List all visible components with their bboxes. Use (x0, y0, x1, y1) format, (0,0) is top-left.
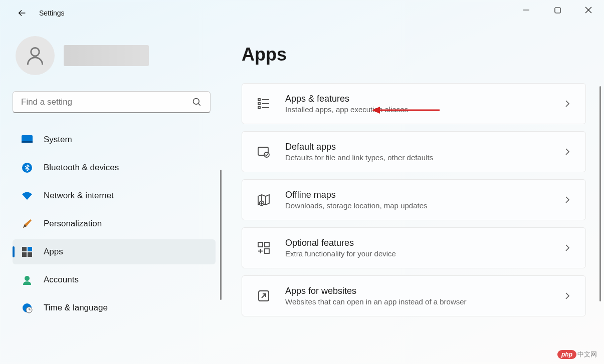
svg-rect-13 (28, 252, 32, 257)
card-title: Apps for websites (285, 286, 549, 296)
clock-globe-icon (22, 302, 33, 313)
card-subtitle: Extra functionality for your device (285, 249, 549, 258)
minimize-button[interactable] (511, 0, 542, 20)
svg-rect-11 (28, 247, 32, 251)
back-arrow-icon (17, 8, 28, 19)
sidebar-item-network[interactable]: Network & internet (13, 183, 216, 208)
card-title: Optional features (285, 238, 549, 248)
card-subtitle: Downloads, storage location, map updates (285, 201, 549, 210)
card-subtitle: Defaults for file and link types, other … (285, 153, 549, 162)
profile-name-redacted (64, 45, 149, 66)
chevron-right-icon (563, 244, 571, 252)
avatar-icon (24, 45, 46, 67)
default-apps-icon (256, 144, 271, 159)
main: Apps Apps & features Installed apps, app… (226, 26, 604, 364)
svg-rect-12 (22, 252, 27, 257)
bluetooth-icon (22, 162, 33, 173)
card-offline-maps[interactable]: Offline maps Downloads, storage location… (242, 179, 586, 220)
card-text: Optional features Extra functionality fo… (285, 238, 549, 258)
close-icon (585, 7, 592, 14)
svg-point-4 (31, 48, 40, 56)
main-scrollbar[interactable] (599, 86, 601, 301)
search-box[interactable] (13, 91, 211, 113)
card-title: Offline maps (285, 190, 549, 200)
sidebar-scrollbar[interactable] (220, 170, 222, 300)
search-input[interactable] (21, 97, 192, 107)
card-text: Offline maps Downloads, storage location… (285, 190, 549, 210)
search-icon (192, 97, 202, 107)
card-default-apps[interactable]: Default apps Defaults for file and link … (242, 131, 586, 172)
sidebar-item-label: Apps (44, 247, 63, 257)
svg-rect-21 (258, 107, 260, 109)
chevron-right-icon (563, 148, 571, 156)
content: System Bluetooth & devices Network & int… (0, 26, 604, 364)
watermark-brand: php (557, 350, 576, 359)
maximize-button[interactable] (542, 0, 573, 20)
svg-rect-10 (22, 247, 27, 251)
sidebar-item-label: Network & internet (44, 191, 114, 201)
card-title: Apps & features (285, 94, 549, 104)
card-subtitle: Websites that can open in an app instead… (285, 297, 549, 306)
sidebar-item-apps[interactable]: Apps (13, 239, 216, 264)
optional-features-icon (256, 240, 271, 255)
profile-section[interactable] (16, 36, 216, 75)
wifi-icon (22, 190, 33, 201)
sidebar-item-label: Bluetooth & devices (44, 163, 119, 173)
card-subtitle: Installed apps, app execution aliases (285, 105, 549, 114)
svg-rect-19 (258, 99, 260, 101)
svg-point-14 (25, 276, 30, 281)
avatar (16, 36, 55, 75)
window-controls (511, 0, 604, 20)
card-apps-websites[interactable]: Apps for websites Websites that can open… (242, 275, 586, 316)
app-title: Settings (39, 9, 65, 17)
monitor-icon (22, 134, 33, 145)
websites-icon (256, 288, 271, 303)
svg-rect-1 (555, 8, 560, 13)
cards-list: Apps & features Installed apps, app exec… (242, 83, 586, 316)
sidebar-item-label: Personalization (44, 219, 102, 229)
page-title: Apps (242, 44, 586, 65)
chevron-right-icon (563, 292, 571, 300)
watermark-text: 中文网 (577, 350, 597, 359)
close-button[interactable] (573, 0, 604, 20)
sidebar-item-personalization[interactable]: Personalization (13, 211, 216, 236)
paintbrush-icon (22, 218, 33, 229)
titlebar: Settings (0, 0, 604, 26)
chevron-right-icon (563, 196, 571, 204)
card-text: Apps & features Installed apps, app exec… (285, 94, 549, 114)
minimize-icon (523, 7, 530, 14)
list-icon (256, 96, 271, 111)
card-text: Default apps Defaults for file and link … (285, 142, 549, 162)
svg-line-6 (198, 103, 200, 105)
sidebar-item-system[interactable]: System (13, 127, 216, 152)
svg-point-5 (193, 98, 199, 104)
svg-rect-32 (265, 249, 269, 253)
svg-rect-31 (265, 242, 269, 247)
sidebar-item-accounts[interactable]: Accounts (13, 267, 216, 292)
apps-icon (22, 246, 33, 257)
sidebar-item-time[interactable]: Time & language (13, 295, 216, 320)
watermark: php 中文网 (557, 350, 597, 359)
svg-rect-8 (22, 141, 33, 143)
sidebar-item-label: Accounts (44, 275, 79, 285)
map-icon (256, 192, 271, 207)
svg-rect-20 (258, 103, 260, 105)
sidebar-item-label: System (44, 135, 72, 145)
card-title: Default apps (285, 142, 549, 152)
sidebar-item-label: Time & language (44, 303, 108, 313)
nav-list: System Bluetooth & devices Network & int… (13, 127, 216, 320)
card-text: Apps for websites Websites that can open… (285, 286, 549, 306)
svg-rect-30 (258, 242, 263, 247)
sidebar-item-bluetooth[interactable]: Bluetooth & devices (13, 155, 216, 180)
account-icon (22, 274, 33, 285)
card-optional-features[interactable]: Optional features Extra functionality fo… (242, 227, 586, 268)
maximize-icon (554, 7, 561, 14)
back-button[interactable] (12, 3, 32, 23)
card-apps-features[interactable]: Apps & features Installed apps, app exec… (242, 83, 586, 124)
sidebar: System Bluetooth & devices Network & int… (0, 26, 226, 364)
chevron-right-icon (563, 100, 571, 108)
